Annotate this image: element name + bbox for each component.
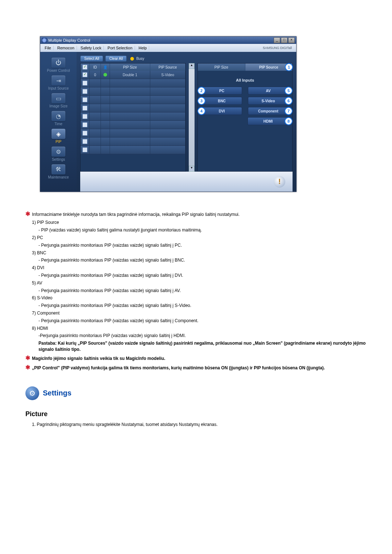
row-checkbox[interactable] <box>82 122 87 127</box>
row-checkbox[interactable] <box>82 72 87 77</box>
scroll-down-icon[interactable]: ▼ <box>189 166 195 172</box>
panel-body: All Inputs 2PC AV5 3BNC S-Video6 4DVI <box>198 71 292 132</box>
th-status: 👤 <box>101 63 110 71</box>
btn-av[interactable]: AV5 <box>248 87 289 95</box>
maintenance-icon: 🛠 <box>52 164 65 175</box>
btn-pc[interactable]: 2PC <box>201 87 242 95</box>
btn-dvi[interactable]: 4DVI <box>201 107 242 115</box>
table-row[interactable] <box>81 96 185 104</box>
table-row[interactable] <box>81 138 185 146</box>
menu-port-selection[interactable]: Port Selection <box>105 46 135 50</box>
minimize-button[interactable]: _ <box>274 37 280 43</box>
panel-header: PIP Size PIP Source 1 <box>198 63 292 71</box>
sidebar-item-power[interactable]: ⏻ Power Control <box>40 58 77 73</box>
menu-file[interactable]: File <box>42 46 54 50</box>
menu-help[interactable]: Help <box>136 46 150 50</box>
time-icon: ◔ <box>52 111 65 121</box>
table-row[interactable] <box>81 79 185 87</box>
window-buttons: _ □ × <box>274 37 295 43</box>
sidebar-item-settings[interactable]: ⚙ Settings <box>40 147 77 161</box>
sidebar-label: Settings <box>52 157 65 161</box>
select-all-button[interactable]: Select All <box>80 56 103 62</box>
list-item: - Perjungia pasirinkto monitoriaus PIP (… <box>38 242 367 249</box>
document-body: ✱Informaciniame tinklelyje nurodyta tam … <box>25 210 367 427</box>
scrollbar[interactable]: ▲ ▼ <box>189 63 195 172</box>
th-id: ID <box>90 63 101 71</box>
btn-svideo[interactable]: S-Video6 <box>248 97 289 105</box>
pip-panel: PIP Size PIP Source 1 All Inputs 2PC AV5 <box>197 63 293 172</box>
list-item: 6) S-Video <box>32 295 367 301</box>
btn-hdmi[interactable]: HDMI8 <box>248 117 289 125</box>
sidebar-item-maintenance[interactable]: 🛠 Maintenance <box>40 164 77 179</box>
tab-pip-size[interactable]: PIP Size <box>198 63 245 71</box>
list-item: 1) PIP Source <box>32 219 367 226</box>
table-header: ID 👤 PIP Size PIP Source <box>81 63 185 71</box>
th-pip-source: PIP Source <box>150 63 185 71</box>
list-item: 3) BNC <box>32 250 367 256</box>
row-checkbox[interactable] <box>82 89 87 94</box>
th-checkbox[interactable] <box>81 63 90 71</box>
sidebar-label: Input Source <box>48 86 69 90</box>
row-checkbox[interactable] <box>82 81 87 86</box>
list-item: 7) Component <box>32 310 367 316</box>
table-row[interactable] <box>81 87 185 96</box>
maximize-button[interactable]: □ <box>281 37 287 43</box>
table-row[interactable] <box>81 129 185 138</box>
callout-4: 4 <box>197 107 205 115</box>
sidebar-item-image-size[interactable]: ▭ Image Size <box>40 93 77 108</box>
settings-icon: ⚙ <box>52 147 65 157</box>
all-inputs-label: All Inputs <box>201 78 289 82</box>
row-checkbox[interactable] <box>82 97 87 102</box>
callout-5: 5 <box>285 87 293 95</box>
list-item: -Perjungia pasirinkto monitoriaus PIP (v… <box>38 333 367 339</box>
section-title-settings: ⚙ Settings <box>25 386 367 400</box>
callout-2: 2 <box>197 87 205 95</box>
heading-picture: Picture <box>25 410 367 418</box>
th-pip-size: PIP Size <box>110 63 150 71</box>
status-icon <box>103 73 107 77</box>
sidebar-item-input[interactable]: ⇥ Input Source <box>40 75 77 90</box>
brand-label: SAMSUNG DIGITall <box>261 46 294 50</box>
list-item: 2) PC <box>32 235 367 241</box>
window-title: Multiple Display Control <box>48 38 90 42</box>
busy-icon <box>130 57 134 61</box>
menu-safety-lock[interactable]: Safety Lock <box>78 46 104 50</box>
table-row[interactable] <box>81 121 185 129</box>
scroll-up-icon[interactable]: ▲ <box>189 63 195 69</box>
list-item: 4) DVI <box>32 265 367 271</box>
table-row[interactable] <box>81 104 185 112</box>
sidebar-label: Image Size <box>49 104 68 108</box>
table-row[interactable]: 0 Double 1 S-Video <box>81 71 185 79</box>
sidebar-item-pip[interactable]: ◈ PIP <box>40 129 77 144</box>
row-checkbox[interactable] <box>82 114 87 119</box>
table-row[interactable] <box>81 112 185 121</box>
list-item: - Perjungia pasirinkto monitoriaus PIP (… <box>38 257 367 263</box>
scroll-track[interactable] <box>189 69 195 166</box>
image-size-icon: ▭ <box>52 93 65 103</box>
tab-pip-source[interactable]: PIP Source 1 <box>245 63 293 71</box>
note-text: Pastaba: Kai kurių „PIP Sources" (vaizdo… <box>38 340 367 353</box>
row-checkbox[interactable] <box>82 131 87 136</box>
list-item: - Perjungia pasirinkto monitoriaus PIP (… <box>38 318 367 324</box>
app-window: Multiple Display Control _ □ × File Remo… <box>40 36 297 192</box>
clear-all-button[interactable]: Clear All <box>105 56 127 62</box>
btn-bnc[interactable]: 3BNC <box>201 97 242 105</box>
menu-remocon[interactable]: Remocon <box>55 46 77 50</box>
list-item: 5) AV <box>32 280 367 286</box>
btn-component[interactable]: Component7 <box>248 107 289 115</box>
callout-6: 6 <box>285 97 293 105</box>
busy-label: Busy <box>136 57 144 61</box>
list-item: - Perjungia pasirinkto monitoriaus PIP (… <box>38 272 367 279</box>
settings-section-icon: ⚙ <box>25 386 39 400</box>
sidebar-item-time[interactable]: ◔ Time <box>40 111 77 126</box>
close-button[interactable]: × <box>288 37 295 43</box>
row-checkbox[interactable] <box>82 147 87 152</box>
app-body: ⏻ Power Control ⇥ Input Source ▭ Image S… <box>40 52 296 192</box>
row-checkbox[interactable] <box>82 139 87 144</box>
titlebar: Multiple Display Control _ □ × <box>40 37 296 44</box>
cell-size: Double 1 <box>110 71 150 79</box>
table-row[interactable] <box>81 146 185 154</box>
display-table: ID 👤 PIP Size PIP Source 0 Double 1 S-Vi… <box>80 63 186 172</box>
checkbox-icon[interactable] <box>82 65 87 70</box>
row-checkbox[interactable] <box>82 106 87 111</box>
